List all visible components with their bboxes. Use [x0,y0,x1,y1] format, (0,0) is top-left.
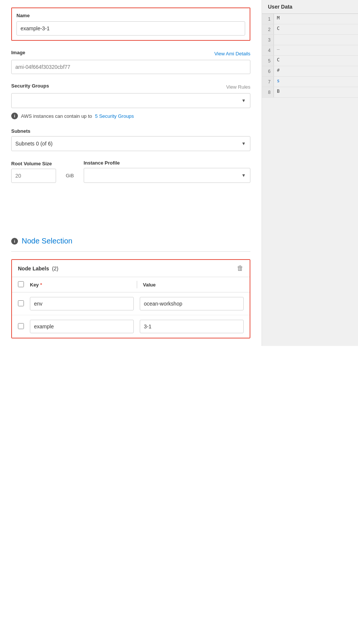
col-value-header: Value [143,282,244,288]
trash-icon[interactable]: 🗑 [237,264,244,272]
table-row [12,315,250,338]
list-item: 6 # [262,66,358,77]
image-section: Image View Ami Details [11,50,250,74]
table-column-headers: Key * Value [12,277,250,292]
row-2-key-input[interactable] [30,320,134,333]
node-selection-title: Node Selection [22,237,72,245]
node-selection-info-icon: i [11,238,18,245]
gib-label: GiB [62,168,78,183]
col-divider [137,281,137,288]
row-2-checkbox[interactable] [18,323,24,329]
select-all-checkbox[interactable] [18,281,24,287]
list-item: 7 s [262,77,358,87]
name-input[interactable] [16,21,245,36]
list-item: 4 – [262,45,358,56]
view-rules-link[interactable]: View Rules [226,84,250,90]
node-selection-header: i Node Selection [11,237,250,245]
image-input[interactable] [11,60,250,74]
row-2-value-input[interactable] [140,320,244,333]
subnets-select[interactable]: Subnets 0 (of 6) [11,136,250,151]
root-instance-section: Root Volume Size GiB Instance Profile ▼ [11,160,250,183]
left-panel: Name Image View Ami Details Security Gro… [0,0,262,346]
view-ami-link[interactable]: View Ami Details [214,51,250,56]
list-item: 3 [262,35,358,45]
list-item: 1 M [262,14,358,24]
user-data-lines: 1 M 2 C 3 4 – 5 C 6 # [262,13,358,98]
col-key-header: Key * [30,282,131,288]
node-labels-box: Node Labels (2) 🗑 Key * Value [11,259,250,338]
name-section: Name [11,7,250,41]
list-item: 5 C [262,56,358,66]
info-icon: i [11,113,18,119]
security-groups-label: Security Groups [11,83,49,89]
security-groups-select[interactable] [11,93,250,108]
user-data-title: User Data [262,0,358,13]
security-groups-count-link[interactable]: 5 Security Groups [95,113,134,119]
row-1-value-input[interactable] [140,297,244,310]
name-label: Name [16,13,245,18]
root-volume-input[interactable] [11,169,56,183]
image-label: Image [11,50,25,55]
instance-profile-wrapper: Instance Profile ▼ [84,160,250,183]
list-item: 2 C [262,24,358,35]
root-volume-label: Root Volume Size [11,161,56,166]
security-groups-section: Security Groups View Rules ▼ i AWS insta… [11,83,250,119]
security-groups-info-text: AWS instances can contain up to [21,113,92,119]
subnets-label: Subnets [11,128,250,134]
subnets-wrapper: Subnets 0 (of 6) ▼ [11,136,250,151]
instance-profile-select[interactable] [84,168,250,183]
right-panel: User Data 1 M 2 C 3 4 – 5 C 6 [262,0,358,346]
security-groups-wrapper: ▼ [11,93,250,108]
required-star: * [40,282,42,288]
row-1-key-input[interactable] [30,297,134,310]
node-labels-header: Node Labels (2) 🗑 [12,260,250,277]
instance-profile-select-wrapper: ▼ [84,168,250,183]
node-labels-title: Node Labels (2) [18,266,58,272]
row-1-checkbox[interactable] [18,300,24,306]
security-groups-info: i AWS instances can contain up to 5 Secu… [11,113,250,119]
subnets-section: Subnets Subnets 0 (of 6) ▼ [11,128,250,151]
table-row [12,292,250,315]
instance-profile-label: Instance Profile [84,160,250,166]
spacer [11,192,250,237]
section-divider [11,251,250,252]
page-container: Name Image View Ami Details Security Gro… [0,0,358,346]
list-item: 8 B [262,87,358,98]
root-volume-wrapper: Root Volume Size [11,161,56,183]
